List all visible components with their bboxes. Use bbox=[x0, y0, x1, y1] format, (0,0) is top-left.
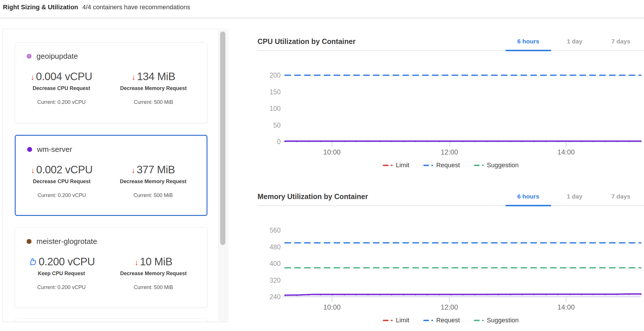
request-dot-icon bbox=[431, 320, 433, 321]
memory-recommended-value: 377 MiB bbox=[137, 164, 175, 176]
memory-recommended-value: 10 MiB bbox=[140, 256, 172, 268]
memory-action-label: Decrease Memory Request bbox=[120, 85, 187, 91]
svg-text:12:00: 12:00 bbox=[441, 303, 458, 311]
scrollbar[interactable] bbox=[218, 30, 227, 321]
limit-dash-icon bbox=[383, 320, 389, 321]
suggestion-dot-icon bbox=[482, 320, 484, 321]
cpu-current-value: Current: 0.200 vCPU bbox=[37, 99, 86, 105]
cpu-recommended-value: 0.200 vCPU bbox=[39, 256, 95, 268]
tab-7-days[interactable]: 7 days bbox=[598, 32, 644, 50]
limit-dot-icon bbox=[391, 320, 393, 321]
container-card-geoipupdate[interactable]: geoipupdate ↓ 0.004 vCPU Decrease CPU Re… bbox=[15, 42, 207, 123]
container-name: wm-server bbox=[37, 145, 72, 154]
cpu-chart-title: CPU Utilization by Container bbox=[257, 37, 356, 46]
suggestion-dash-icon bbox=[474, 165, 480, 166]
memory-current-value: Current: 500 MiB bbox=[133, 192, 173, 198]
tab-1-day[interactable]: 1 day bbox=[551, 187, 598, 205]
svg-text:320: 320 bbox=[270, 277, 281, 284]
svg-text:10:00: 10:00 bbox=[323, 303, 341, 311]
cpu-recommended-value: 0.004 vCPU bbox=[36, 71, 92, 83]
cpu-utilization-chart: 05010015020010:0012:0014:00 bbox=[257, 58, 644, 156]
memory-chart-title: Memory Utilization by Container bbox=[257, 192, 368, 201]
time-range-tabs: 6 hours 1 day 7 days bbox=[505, 32, 644, 50]
decrease-arrow-icon: ↓ bbox=[31, 73, 35, 81]
legend-item-suggestion[interactable]: Suggestion bbox=[474, 317, 519, 324]
memory-recommended-value: 134 MiB bbox=[137, 71, 175, 83]
cpu-action-label: Decrease CPU Request bbox=[33, 179, 91, 185]
svg-text:480: 480 bbox=[270, 243, 281, 251]
decrease-arrow-icon: ↓ bbox=[132, 73, 136, 81]
request-dash-icon bbox=[423, 165, 429, 166]
cpu-current-value: Current: 0.200 vCPU bbox=[37, 284, 86, 290]
cpu-current-value: Current: 0.200 vCPU bbox=[38, 192, 86, 198]
container-color-dot-icon bbox=[27, 147, 32, 152]
thumbs-up-icon bbox=[28, 257, 37, 266]
limit-dot-icon bbox=[391, 165, 393, 166]
suggestion-dot-icon bbox=[482, 165, 484, 166]
svg-text:150: 150 bbox=[270, 88, 281, 96]
container-color-dot-icon bbox=[27, 239, 32, 244]
cpu-chart-section: CPU Utilization by Container 6 hours 1 d… bbox=[257, 32, 644, 169]
svg-text:240: 240 bbox=[270, 293, 281, 301]
time-range-tabs: 6 hours 1 day 7 days bbox=[505, 187, 644, 205]
chart-legend: Limit Request Suggestion bbox=[257, 317, 644, 324]
memory-action-label: Decrease Memory Request bbox=[120, 179, 186, 185]
header-divider bbox=[0, 18, 644, 18]
decrease-arrow-icon: ↓ bbox=[131, 166, 135, 174]
svg-text:560: 560 bbox=[270, 227, 281, 234]
legend-item-request[interactable]: Request bbox=[423, 161, 460, 169]
svg-text:12:00: 12:00 bbox=[441, 148, 458, 156]
container-color-dot-icon bbox=[27, 54, 32, 59]
legend-item-limit[interactable]: Limit bbox=[383, 161, 409, 169]
page-title: Right Sizing & Utilization 4/4 container… bbox=[3, 3, 190, 11]
svg-text:10:00: 10:00 bbox=[323, 148, 341, 156]
legend-item-request[interactable]: Request bbox=[423, 317, 460, 324]
legend-item-limit[interactable]: Limit bbox=[383, 317, 409, 324]
container-name: meister-glogrotate bbox=[36, 237, 97, 246]
tab-7-days[interactable]: 7 days bbox=[598, 187, 644, 205]
memory-current-value: Current: 500 MiB bbox=[134, 284, 173, 290]
container-card-meister-glogrotate[interactable]: meister-glogrotate ↓ 0.200 vCPU Keep CPU… bbox=[15, 227, 207, 308]
svg-text:100: 100 bbox=[270, 105, 281, 112]
cpu-action-label: Decrease CPU Request bbox=[33, 85, 90, 91]
decrease-arrow-icon: ↓ bbox=[31, 166, 35, 174]
cpu-action-label: Keep CPU Request bbox=[38, 271, 85, 277]
container-card-wm-server[interactable]: wm-server ↓ 0.002 vCPU Decrease CPU Requ… bbox=[15, 135, 207, 216]
svg-text:0: 0 bbox=[277, 138, 281, 146]
suggestion-dash-icon bbox=[474, 320, 480, 321]
chart-legend: Limit Request Suggestion bbox=[257, 161, 644, 169]
tab-1-day[interactable]: 1 day bbox=[551, 32, 598, 50]
request-dash-icon bbox=[423, 320, 429, 321]
decrease-arrow-icon: ↓ bbox=[135, 258, 139, 266]
memory-chart-section: Memory Utilization by Container 6 hours … bbox=[257, 187, 644, 324]
limit-dash-icon bbox=[383, 165, 389, 166]
svg-text:400: 400 bbox=[270, 260, 281, 267]
page-title-text: Right Sizing & Utilization bbox=[3, 3, 78, 11]
memory-utilization-chart: 24032040048056010:0012:0014:00 bbox=[257, 213, 644, 311]
cpu-recommended-value: 0.002 vCPU bbox=[36, 164, 93, 176]
memory-current-value: Current: 500 MiB bbox=[134, 99, 173, 105]
tab-6-hours[interactable]: 6 hours bbox=[505, 187, 551, 205]
request-dot-icon bbox=[431, 165, 433, 166]
container-name: geoipupdate bbox=[36, 52, 78, 61]
container-card-partial[interactable] bbox=[15, 319, 207, 322]
legend-item-suggestion[interactable]: Suggestion bbox=[474, 161, 519, 169]
scrollbar-thumb[interactable] bbox=[220, 32, 225, 245]
memory-action-label: Decrease Memory Request bbox=[120, 271, 187, 277]
page-subtitle: 4/4 containers have recommendations bbox=[82, 3, 190, 11]
svg-text:14:00: 14:00 bbox=[557, 303, 575, 311]
recommendations-panel: geoipupdate ↓ 0.004 vCPU Decrease CPU Re… bbox=[2, 29, 228, 322]
tab-6-hours[interactable]: 6 hours bbox=[505, 32, 551, 50]
svg-text:50: 50 bbox=[273, 122, 281, 129]
svg-text:200: 200 bbox=[270, 71, 281, 79]
svg-text:14:00: 14:00 bbox=[557, 148, 575, 156]
